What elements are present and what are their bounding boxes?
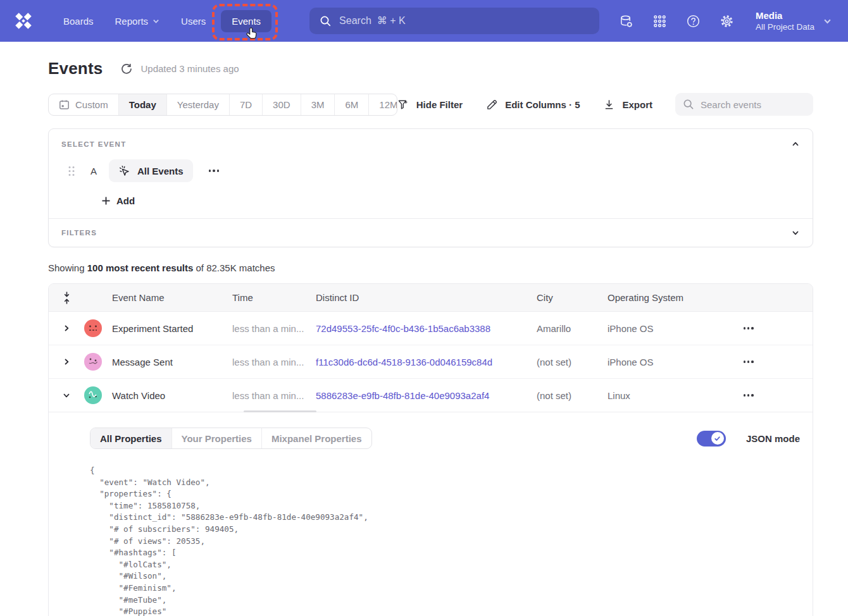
select-event-section: SELECT EVENT A All Events — [49, 129, 813, 218]
tab-all-properties[interactable]: All Properties — [90, 428, 171, 448]
all-events-sparkle-cursor-icon — [118, 164, 131, 177]
properties-tabs: All Properties Your Properties Mixpanel … — [90, 428, 372, 449]
page-title: Events — [48, 59, 103, 78]
primary-nav: Boards Reports Users Events — [57, 10, 271, 32]
page-header: Events Updated 3 minutes ago — [48, 59, 813, 78]
table-row: Message Sent less than a min... f11c30d6… — [49, 345, 813, 379]
add-event-label: Add — [116, 195, 135, 206]
row-more-button[interactable] — [739, 322, 759, 334]
date-range-30d[interactable]: 30D — [262, 94, 301, 115]
drag-handle-icon[interactable] — [68, 166, 75, 176]
apps-grid-icon[interactable] — [652, 14, 667, 28]
table-row-expanded: Watch Video less than a min... 5886283e-… — [49, 379, 813, 412]
download-icon — [603, 99, 615, 111]
date-range-custom[interactable]: Custom — [49, 94, 118, 115]
cell-time: less than a min... — [232, 390, 316, 401]
column-header-time[interactable]: Time — [232, 292, 316, 303]
global-search[interactable] — [309, 8, 599, 34]
avatar-face-icon — [84, 386, 102, 404]
project-name: Media — [756, 9, 814, 22]
edit-columns-button[interactable]: Edit Columns · 5 — [486, 99, 580, 111]
column-header-distinct-id[interactable]: Distinct ID — [316, 292, 537, 303]
date-range-control: Custom Today Yesterday 7D 30D 3M 6M 12M — [48, 94, 397, 116]
cell-time: less than a min... — [232, 323, 316, 334]
refresh-icon[interactable] — [121, 63, 132, 75]
date-range-today[interactable]: Today — [118, 94, 166, 115]
chevron-down-icon — [823, 17, 832, 25]
json-mode-control: JSON mode — [697, 431, 800, 447]
settings-gear-icon[interactable] — [720, 14, 734, 28]
cell-distinct-id-link[interactable]: 5886283e-e9fb-48fb-81de-40e9093a2af4 — [316, 390, 537, 401]
row-expand-chevron-right-icon[interactable] — [58, 320, 75, 336]
date-range-yesterday[interactable]: Yesterday — [166, 94, 229, 115]
results-suffix: of 82.35K matches — [193, 262, 275, 273]
tab-your-properties[interactable]: Your Properties — [171, 428, 261, 448]
export-button[interactable]: Export — [603, 99, 652, 111]
search-icon — [683, 99, 694, 110]
results-prefix: Showing — [48, 262, 87, 273]
data-management-icon[interactable] — [619, 14, 633, 28]
select-event-heading: SELECT EVENT — [61, 140, 127, 148]
table-row: Experiment Started less than a min... 72… — [49, 312, 813, 345]
calendar-icon — [59, 99, 70, 110]
plus-icon — [101, 196, 111, 206]
mixpanel-logo-icon[interactable] — [14, 11, 33, 30]
hide-filter-button[interactable]: Hide Filter — [397, 99, 463, 111]
cell-city: (not set) — [537, 390, 608, 401]
cell-distinct-id-link[interactable]: 72d49553-25fc-4f0c-b436-1b5ac6ab3388 — [316, 323, 537, 334]
cell-os: iPhone OS — [608, 357, 739, 367]
row-collapse-chevron-down-icon[interactable] — [58, 387, 75, 403]
event-avatar — [84, 386, 102, 404]
nav-item-reports[interactable]: Reports — [109, 10, 166, 32]
last-updated-text: Updated 3 minutes ago — [140, 63, 239, 74]
add-event-button[interactable]: Add — [101, 195, 135, 206]
cell-city: Amarillo — [537, 323, 608, 334]
results-summary: Showing 100 most recent results of 82.35… — [48, 262, 813, 273]
search-events-box[interactable] — [675, 93, 813, 116]
project-selector[interactable]: Media All Project Data — [756, 9, 832, 32]
nav-item-boards[interactable]: Boards — [57, 10, 100, 32]
json-mode-toggle[interactable] — [697, 431, 726, 447]
toolbar-actions: Hide Filter Edit Columns · 5 Export — [397, 93, 813, 116]
collapse-section-chevron-up-icon[interactable] — [791, 140, 800, 149]
avatar-face-icon — [84, 353, 102, 371]
global-search-input[interactable] — [339, 15, 589, 27]
filters-heading: FILTERS — [61, 229, 97, 237]
row-expand-chevron-right-icon[interactable] — [58, 354, 75, 370]
event-avatar — [84, 319, 102, 337]
event-selector-button[interactable]: All Events — [109, 159, 193, 182]
export-label: Export — [622, 99, 652, 110]
event-json-viewer[interactable]: { "event": "Watch Video", "properties": … — [90, 465, 800, 616]
date-range-custom-label: Custom — [75, 99, 108, 110]
avatar-face-icon — [84, 319, 102, 337]
collapse-all-rows-icon[interactable] — [63, 291, 71, 305]
date-range-7d[interactable]: 7D — [229, 94, 262, 115]
event-row-more-button[interactable] — [205, 166, 223, 176]
row-more-button[interactable] — [739, 389, 759, 401]
row-more-button[interactable] — [739, 355, 759, 367]
tab-mixpanel-properties[interactable]: Mixpanel Properties — [261, 428, 371, 448]
table-header-row: Event Name Time Distinct ID City Operati… — [49, 284, 813, 312]
cell-distinct-id-link[interactable]: f11c30d6-dc6d-4518-9136-0d046159c84d — [316, 357, 537, 367]
events-page: Events Updated 3 minutes ago Custom Toda… — [0, 59, 848, 616]
column-header-event-name[interactable]: Event Name — [112, 292, 232, 303]
help-icon[interactable] — [686, 14, 701, 28]
date-range-3m[interactable]: 3M — [301, 94, 335, 115]
filters-section-toggle[interactable]: FILTERS — [49, 219, 813, 247]
pencil-icon — [486, 99, 498, 111]
column-header-city[interactable]: City — [537, 292, 608, 303]
navbar-right-actions: Media All Project Data — [619, 9, 832, 32]
date-range-6m[interactable]: 6M — [334, 94, 368, 115]
event-query-row: A All Events — [61, 159, 800, 182]
search-events-input[interactable] — [701, 99, 806, 110]
cell-city: (not set) — [537, 357, 608, 367]
column-header-os[interactable]: Operating System — [608, 292, 739, 303]
cell-event-name: Experiment Started — [112, 323, 232, 334]
project-scope: All Project Data — [756, 22, 814, 32]
toggle-knob-check-icon — [711, 432, 724, 445]
search-icon — [320, 15, 332, 27]
expand-section-chevron-down-icon[interactable] — [791, 228, 800, 237]
date-range-12m[interactable]: 12M — [368, 94, 397, 115]
nav-item-users[interactable]: Users — [175, 10, 212, 32]
project-info: Media All Project Data — [756, 9, 814, 32]
